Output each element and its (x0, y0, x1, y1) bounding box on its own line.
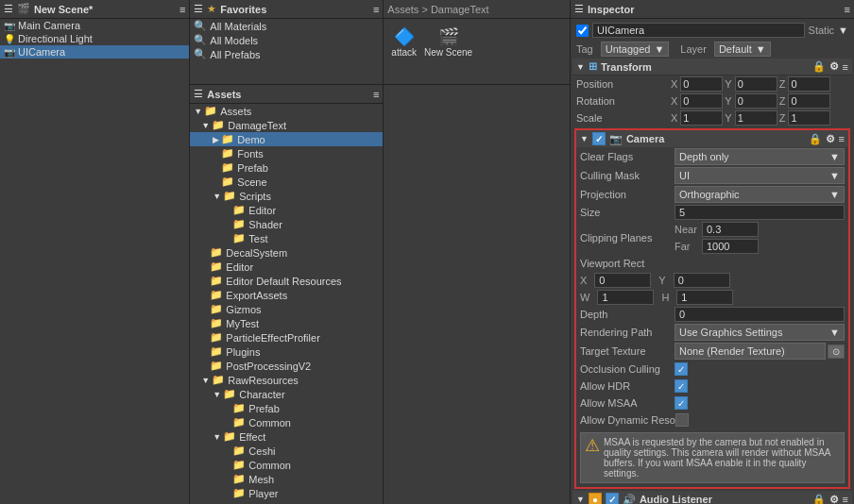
audio-active-checkbox[interactable]: ● (589, 493, 602, 504)
audio-lock-icon[interactable]: 🔒 (812, 494, 826, 505)
proj-item-exportassets[interactable]: ▶ 📁 ExportAssets (190, 288, 383, 302)
proj-item-effect-common[interactable]: ▶ 📁 Common (190, 458, 383, 472)
rotation-y-field[interactable] (735, 93, 777, 109)
proj-label: Prefab (237, 162, 267, 174)
hierarchy-options-icon[interactable]: ≡ (179, 4, 185, 15)
audio-enable-checkbox[interactable]: ✓ (606, 493, 619, 504)
tag-dropdown[interactable]: Untagged ▼ (601, 42, 670, 57)
proj-item-character[interactable]: ▼ 📁 Character (190, 387, 383, 401)
proj-item-mytest[interactable]: ▶ 📁 MyTest (190, 316, 383, 330)
static-dropdown-icon[interactable]: ▼ (838, 25, 848, 36)
camera-settings-icon[interactable]: ⚙ (826, 133, 835, 145)
layer-dropdown[interactable]: Default ▼ (714, 42, 771, 57)
proj-item-scene[interactable]: ▶ 📁 Scene (190, 175, 383, 189)
vr-h-field[interactable] (676, 290, 733, 305)
vr-x-field[interactable] (594, 273, 651, 288)
far-field[interactable] (702, 239, 759, 254)
position-xyz: X Y Z (671, 76, 830, 92)
proj-item-character-common[interactable]: ▶ 📁 Common (190, 415, 383, 429)
target-texture-pick-icon[interactable]: ⊙ (828, 344, 845, 359)
proj-item-effect-player[interactable]: ▶ 📁 Player (190, 486, 383, 500)
proj-item-gizmos[interactable]: ▶ 📁 Gizmos (190, 302, 383, 316)
proj-item-effect-ceshi[interactable]: ▶ 📁 Ceshi (190, 444, 383, 458)
clear-flags-dropdown[interactable]: Depth only ▼ (675, 148, 845, 165)
project-options-icon[interactable]: ≡ (373, 89, 379, 100)
proj-item-plugins[interactable]: ▶ 📁 Plugins (190, 344, 383, 359)
proj-item-scripts[interactable]: ▼ 📁 Scripts (190, 189, 383, 203)
position-x-field[interactable] (680, 76, 723, 92)
fav-item-all-materials[interactable]: 🔍 All Materials (190, 19, 383, 33)
rotation-z-field[interactable] (788, 93, 830, 109)
allow-dynamic-reso-checkbox[interactable] (675, 413, 689, 427)
favorites-menu-icon[interactable]: ☰ (194, 3, 203, 15)
rotation-x-field[interactable] (680, 93, 723, 109)
projection-dropdown[interactable]: Orthographic ▼ (675, 186, 845, 203)
allow-msaa-row: Allow MSAA ✓ (576, 395, 848, 412)
proj-item-character-prefab[interactable]: ▶ 📁 Prefab (190, 401, 383, 415)
rendering-path-dropdown[interactable]: Use Graphics Settings ▼ (675, 324, 845, 341)
proj-item-test[interactable]: ▶ 📁 Test (190, 231, 383, 245)
proj-item-effect-mesh[interactable]: ▶ 📁 Mesh (190, 472, 383, 486)
proj-item-demo[interactable]: ▶ 📁 Demo (190, 132, 383, 146)
proj-item-editor[interactable]: ▶ 📁 Editor (190, 203, 383, 217)
allow-msaa-checkbox[interactable]: ✓ (675, 396, 688, 410)
proj-item-editor-default-resources[interactable]: ▶ 📁 Editor Default Resources (190, 274, 383, 288)
proj-item-particleeffectprofiler[interactable]: ▶ 📁 ParticleEffectProfiler (190, 330, 383, 344)
project-title: Assets (207, 89, 241, 100)
proj-item-assets[interactable]: ▼ 📁 Assets (190, 104, 383, 118)
audio-menu-icon[interactable]: ≡ (843, 494, 848, 504)
vr-y-field[interactable] (674, 273, 730, 288)
camera-section-header[interactable]: ▼ ✓ 📷 Camera 🔒 ⚙ ≡ (576, 130, 848, 147)
hierarchy-item-main-camera[interactable]: 📷 Main Camera (0, 19, 189, 32)
camera-lock-icon[interactable]: 🔒 (809, 133, 822, 145)
proj-item-editor2[interactable]: ▶ 📁 Editor (190, 260, 383, 274)
camera-active-checkbox[interactable]: ✓ (592, 132, 606, 145)
allow-hdr-checkbox[interactable]: ✓ (675, 379, 688, 393)
proj-item-effect[interactable]: ▼ 📁 Effect (190, 429, 383, 444)
target-texture-dropdown[interactable]: None (Render Texture) (675, 343, 826, 360)
scale-x-field[interactable] (680, 110, 723, 126)
proj-label: ExportAssets (226, 290, 287, 301)
inspector-options-icon[interactable]: ≡ (845, 4, 850, 15)
audio-listener-section-header[interactable]: ▼ ● ✓ 🔊 Audio Listener 🔒 ⚙ ≡ (572, 491, 852, 504)
transform-lock-icon[interactable]: 🔒 (812, 60, 826, 73)
new-scene-icon: 🎬 (17, 3, 30, 15)
fav-item-all-prefabs[interactable]: 🔍 All Prefabs (190, 47, 383, 61)
proj-item-damagetext[interactable]: ▼ 📁 DamageText (190, 118, 383, 132)
transform-settings-icon[interactable]: ⚙ (829, 60, 839, 73)
asset-item-new-scene[interactable]: 🎬 New Scene (420, 23, 476, 61)
proj-item-prefab[interactable]: ▶ 📁 Prefab (190, 160, 383, 175)
scale-z-field[interactable] (788, 110, 830, 126)
audio-settings-icon[interactable]: ⚙ (829, 494, 839, 505)
proj-item-decalsystem[interactable]: ▶ 📁 DecalSystem (190, 245, 383, 260)
near-field[interactable] (702, 222, 759, 237)
transform-section-header[interactable]: ▼ ⊞ Transform 🔒 ⚙ ≡ (572, 59, 852, 76)
proj-item-rawresources[interactable]: ▼ 📁 RawResources (190, 373, 383, 387)
culling-mask-dropdown[interactable]: UI ▼ (675, 167, 845, 184)
asset-item-attack[interactable]: 🔷 attack (387, 23, 420, 61)
project-menu-icon[interactable]: ☰ (194, 88, 203, 100)
occlusion-culling-checkbox[interactable]: ✓ (675, 362, 688, 376)
hierarchy-item-directional-light[interactable]: 💡 Directional Light (0, 32, 189, 45)
proj-item-postprocessingv2[interactable]: ▶ 📁 PostProcessingV2 (190, 359, 383, 373)
scale-y-field[interactable] (735, 110, 777, 126)
allow-dynamic-reso-row: Allow Dynamic Reso (576, 412, 848, 428)
position-z-field[interactable] (788, 76, 830, 92)
depth-field[interactable] (675, 307, 845, 322)
inspector-menu-icon[interactable]: ☰ (574, 3, 584, 15)
camera-menu-icon[interactable]: ≡ (839, 133, 845, 144)
position-y-field[interactable] (735, 76, 777, 92)
vr-w-field[interactable] (597, 290, 654, 305)
size-field[interactable] (675, 205, 845, 220)
position-row: Position X Y Z (572, 76, 852, 92)
favorites-options-icon[interactable]: ≡ (373, 4, 379, 15)
proj-item-fonts[interactable]: ▶ 📁 Fonts (190, 146, 383, 160)
transform-menu-icon[interactable]: ≡ (843, 61, 848, 73)
object-active-checkbox[interactable] (576, 25, 589, 37)
proj-item-shader[interactable]: ▶ 📁 Shader (190, 217, 383, 231)
hierarchy-menu-icon[interactable]: ☰ (4, 3, 13, 15)
target-texture-value: None (Render Texture) (679, 345, 785, 357)
fav-item-all-models[interactable]: 🔍 All Models (190, 33, 383, 47)
hierarchy-item-uicamera[interactable]: 📷 UICamera (0, 45, 189, 59)
object-name-value[interactable]: UICamera (592, 23, 805, 38)
